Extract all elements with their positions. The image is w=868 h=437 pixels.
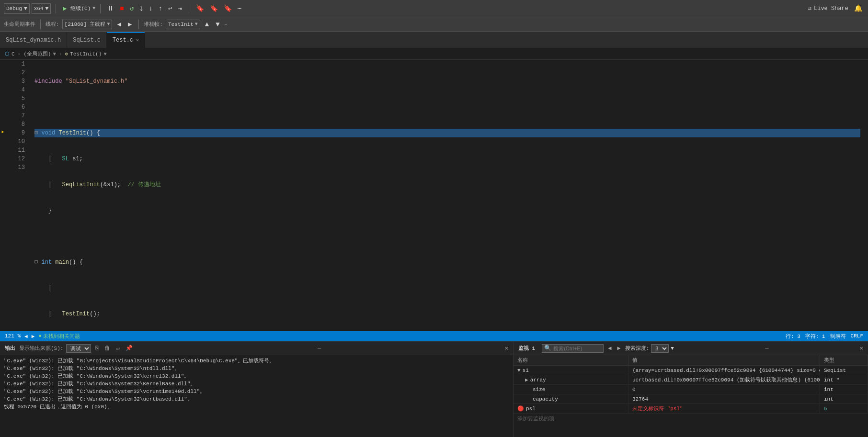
size-name-label: size: [533, 387, 545, 392]
watch-row-capacity[interactable]: capacity 32764 int: [514, 394, 868, 404]
tab-sqlist-dynamic[interactable]: SqList_dynamic.h: [0, 32, 67, 48]
code-line-6: }: [34, 206, 860, 215]
step-out-btn[interactable]: ↑: [157, 4, 164, 13]
code-line-5: │ SeqListInit(&s1); // 传递地址: [34, 180, 860, 189]
lang-icon: ⬡: [5, 51, 10, 57]
output-text: "C.exe" (Win32): 已加载 "G:\Projects\Visual…: [0, 355, 513, 437]
play-button[interactable]: ▶: [61, 4, 69, 12]
watch-row-s1[interactable]: ▼ s1 {array=ucrtbased.dll!0x00007ffce52c…: [514, 366, 868, 375]
capacity-type-cell: int: [820, 394, 868, 403]
watch-row-size[interactable]: size 0 int: [514, 385, 868, 394]
watch-prev-btn[interactable]: ◀: [606, 344, 613, 352]
thread-arrow: ▼: [107, 22, 110, 27]
stack-dropdown[interactable]: TestInit ▼: [166, 20, 200, 29]
restart-btn[interactable]: ↺: [128, 3, 136, 13]
thread-dropdown[interactable]: [21860] 主线程 ▼: [62, 20, 113, 29]
output-pin-btn[interactable]: 📌: [124, 344, 134, 352]
status-left: 121 % ◀ ▶ ● 未找到相关问题: [5, 333, 782, 340]
editor-scroll[interactable]: ➤ 1 2 3 4 5 6 7 8 9 10 11 12 13 #in: [0, 60, 868, 331]
output-line-2: "C.exe" (Win32): 已加载 "C:\Windows\System3…: [4, 365, 509, 372]
depth-select[interactable]: 3: [651, 344, 669, 353]
play-dropdown-arrow[interactable]: ▼: [92, 6, 95, 11]
watch-row-array[interactable]: ▶ array ucrtbased.dll!0x00007ffce52c9094…: [514, 375, 868, 385]
status-bar: 121 % ◀ ▶ ● 未找到相关问题 行: 3 字符: 1 制表符 CRLF: [0, 331, 868, 341]
output-line-6: "C.exe" (Win32): 已加载 "C:\Windows\System3…: [4, 395, 509, 403]
watch-col-headers: 名称 值 类型: [514, 355, 868, 366]
bookmark3-btn[interactable]: 🔖: [222, 3, 234, 13]
source-dropdown[interactable]: 调试: [66, 344, 91, 353]
tab-sqlist-c[interactable]: SqList.c: [67, 32, 107, 48]
code-line-10: │ TestInit();: [34, 310, 860, 318]
ln-13: 13: [13, 163, 25, 172]
step-into-btn[interactable]: ↓: [147, 4, 154, 13]
notifications-btn[interactable]: 🔔: [852, 3, 864, 13]
stack-down-btn[interactable]: ▼: [214, 20, 221, 29]
depth-label: 搜索深度:: [625, 345, 650, 352]
output-clear-btn[interactable]: 🗑: [103, 344, 112, 352]
watch-next-btn[interactable]: ▶: [616, 344, 622, 352]
s1-type-label: SeqList: [824, 368, 846, 373]
code-line-3: ⊟ void TestInit() {: [34, 129, 860, 137]
array-expand[interactable]: ▶: [525, 377, 528, 383]
watch-close-btn[interactable]: ✕: [860, 345, 863, 352]
editor-scrollbar[interactable]: [864, 60, 868, 331]
breadcrumb-scope[interactable]: (全局范围) ▼: [23, 50, 56, 57]
step-over-btn[interactable]: ⤵: [137, 4, 145, 13]
col-info: 字符: 1: [805, 333, 825, 340]
arch-dropdown[interactable]: x64 ▼: [32, 3, 51, 14]
capacity-value-cell: 32764: [628, 394, 820, 403]
tab-sqlist-c-label: SqList.c: [73, 37, 101, 44]
expand-debug[interactable]: ⋯: [225, 22, 228, 27]
watch-title: 监视 1: [518, 345, 535, 352]
debug-config-arrow: ▼: [24, 6, 27, 11]
gutter: ➤: [0, 60, 10, 331]
watch-depth-group: 搜索深度: 3 ▼: [625, 344, 674, 353]
tab-test-c-label: Test.c: [113, 37, 133, 44]
code-line-8: ⊟ int main() {: [34, 258, 860, 267]
nav-right-btn[interactable]: ▶: [32, 333, 35, 339]
step-back-btn[interactable]: ↩: [166, 3, 174, 13]
ln-7: 7: [13, 112, 25, 120]
add-watch-row[interactable]: 添加要监视的项: [514, 414, 868, 423]
more-btn[interactable]: ⋯: [236, 3, 243, 13]
live-share-button[interactable]: ⇄ Live Share: [808, 5, 848, 12]
output-minimize-btn[interactable]: —: [318, 345, 321, 352]
ln-12: 12: [13, 155, 25, 163]
bookmark2-btn[interactable]: 🔖: [208, 3, 220, 13]
psl-refresh-btn[interactable]: ↻: [824, 405, 827, 412]
editor-area[interactable]: ➤ 1 2 3 4 5 6 7 8 9 10 11 12 13 #in: [0, 60, 868, 331]
output-wrap-btn[interactable]: ↵: [114, 344, 121, 352]
pause-btn[interactable]: ⏸: [105, 4, 116, 13]
s1-expand[interactable]: ▼: [517, 368, 521, 373]
code-content[interactable]: #include "SqList_dynamic.h" ⊟ void TestI…: [31, 60, 864, 331]
thread-left-btn[interactable]: ◀: [115, 19, 123, 29]
ln-5: 5: [13, 94, 25, 103]
no-issues-item[interactable]: ● 未找到相关问题: [38, 333, 80, 340]
debug-config-dropdown[interactable]: Debug ▼: [4, 3, 30, 14]
watch-row-psl[interactable]: 🔴 psl 未定义标识符 "psl" ↻: [514, 404, 868, 414]
debug-controls: ⏸ ■ ↺ ⤵ ↓ ↑ ↩ ⇥: [105, 3, 184, 13]
run-cursor-btn[interactable]: ⇥: [176, 3, 183, 13]
thread-right-btn[interactable]: ▶: [126, 19, 134, 29]
debug-toolbar: 生命周期事件 线程: [21860] 主线程 ▼ ◀ ▶ 堆栈帧: TestIn…: [0, 17, 868, 32]
bookmark1-btn[interactable]: 🔖: [194, 3, 206, 13]
ln-11: 11: [13, 146, 25, 155]
breadcrumb-bar: ⬡ C › (全局范围) ▼ › ⊕ TestInit() ▼: [0, 48, 868, 60]
stack-arrow: ▼: [195, 22, 198, 27]
stop-btn[interactable]: ■: [118, 4, 126, 13]
watch-minimize-btn[interactable]: —: [765, 345, 768, 352]
code-line-7: [34, 232, 860, 241]
output-close-btn[interactable]: ✕: [505, 345, 508, 352]
watch-search-input[interactable]: [553, 346, 601, 351]
tab-test-c-close[interactable]: ✕: [136, 37, 139, 43]
output-copy-btn[interactable]: ⎘: [94, 345, 100, 352]
size-value-cell: 0: [628, 385, 820, 394]
breadcrumb-func[interactable]: ⊕ TestInit() ▼: [65, 51, 107, 57]
zoom-item[interactable]: 121 %: [5, 333, 21, 339]
watch-search-box[interactable]: 🔍: [542, 344, 604, 353]
code-line-4: │ SL s1;: [34, 155, 860, 163]
code-line-1: #include "SqList_dynamic.h": [34, 77, 860, 86]
tab-test-c[interactable]: Test.c ✕: [107, 32, 145, 48]
nav-left-btn[interactable]: ◀: [24, 333, 28, 339]
stack-up-btn[interactable]: ▲: [203, 20, 211, 29]
